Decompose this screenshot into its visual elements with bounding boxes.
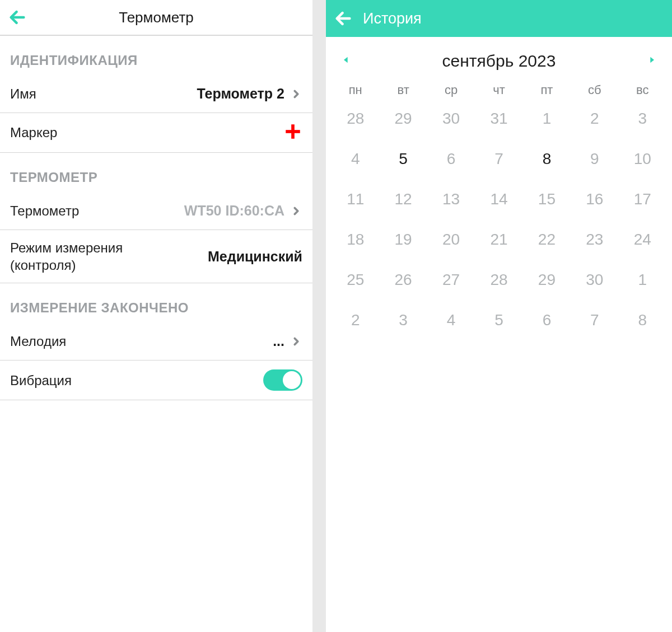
row-label: Вибрация <box>10 372 72 389</box>
calendar-day[interactable]: 4 <box>332 150 379 168</box>
calendar-day[interactable]: 25 <box>332 271 379 289</box>
calendar-day[interactable]: 3 <box>379 311 427 329</box>
calendar-day[interactable]: 1 <box>619 271 666 289</box>
calendar-day[interactable]: 8 <box>523 150 571 168</box>
calendar-day[interactable]: 18 <box>332 231 379 249</box>
section-header-measurement-done: ИЗМЕРЕНИЕ ЗАКОНЧЕНО <box>0 283 312 322</box>
calendar-day[interactable]: 24 <box>619 231 666 249</box>
row-melody[interactable]: Мелодия ... <box>0 322 312 361</box>
month-label: сентябрь 2023 <box>442 52 556 71</box>
history-screen: История сентябрь 2023 пнвтсрчтптсбвс 282… <box>326 0 672 632</box>
calendar-day[interactable]: 10 <box>619 150 666 168</box>
calendar-day[interactable]: 30 <box>571 271 618 289</box>
row-value: ... <box>273 333 302 349</box>
weekday-label: пт <box>523 83 571 97</box>
svg-rect-2 <box>286 130 300 133</box>
row-label: Режим измерения (контроля) <box>10 239 156 274</box>
melody-value: ... <box>273 333 284 349</box>
calendar-day[interactable]: 1 <box>523 110 571 128</box>
calendar-day[interactable]: 29 <box>523 271 571 289</box>
calendar-day[interactable]: 27 <box>427 271 475 289</box>
calendar-day[interactable]: 13 <box>427 190 475 208</box>
row-label: Термометр <box>10 202 79 219</box>
calendar-day[interactable]: 21 <box>475 231 522 249</box>
calendar-day[interactable]: 12 <box>379 190 427 208</box>
calendar-day[interactable]: 11 <box>332 190 379 208</box>
row-name[interactable]: Имя Термометр 2 <box>0 75 312 113</box>
section-header-thermometer: ТЕРМОМЕТР <box>0 153 312 192</box>
mode-value: Медицинский <box>208 249 302 265</box>
calendar: пнвтсрчтптсбвс 2829303112345678910111213… <box>326 83 672 346</box>
calendar-day[interactable]: 7 <box>571 311 618 329</box>
calendar-day[interactable]: 5 <box>475 311 522 329</box>
page-title: Термометр <box>0 9 312 26</box>
weekday-label: ср <box>427 83 475 97</box>
calendar-day[interactable]: 3 <box>619 110 666 128</box>
row-label: Маркер <box>10 124 57 141</box>
back-arrow-icon[interactable] <box>334 9 353 28</box>
calendar-day[interactable]: 2 <box>571 110 618 128</box>
calendar-day[interactable]: 16 <box>571 190 618 208</box>
prev-month-icon[interactable] <box>342 54 351 68</box>
history-header: История <box>326 0 672 37</box>
calendar-day[interactable]: 26 <box>379 271 427 289</box>
calendar-grid: 2829303112345678910111213141516171819202… <box>332 110 666 346</box>
device-value: WT50 ID:60:CA <box>184 203 284 219</box>
calendar-day[interactable]: 7 <box>475 150 522 168</box>
weekday-label: чт <box>475 83 522 97</box>
row-vibration: Вибрация <box>0 361 312 400</box>
plus-icon <box>283 122 302 143</box>
name-value: Термометр 2 <box>197 86 284 102</box>
back-arrow-icon[interactable] <box>8 8 27 27</box>
weekday-label: сб <box>571 83 618 97</box>
page-title: История <box>363 10 422 27</box>
chevron-right-icon <box>290 203 302 219</box>
row-mode[interactable]: Режим измерения (контроля) Медицинский <box>0 230 312 283</box>
calendar-day[interactable]: 28 <box>332 110 379 128</box>
calendar-weekday-row: пнвтсрчтптсбвс <box>332 83 666 110</box>
svg-marker-4 <box>344 57 348 63</box>
chevron-right-icon <box>290 86 302 102</box>
calendar-day[interactable]: 19 <box>379 231 427 249</box>
calendar-day[interactable]: 15 <box>523 190 571 208</box>
weekday-label: пн <box>332 83 379 97</box>
month-navigation: сентябрь 2023 <box>326 37 672 83</box>
calendar-day[interactable]: 8 <box>619 311 666 329</box>
chevron-right-icon <box>290 334 302 349</box>
row-value: WT50 ID:60:CA <box>184 203 302 219</box>
row-marker[interactable]: Маркер <box>0 113 312 153</box>
vibration-toggle[interactable] <box>263 369 302 391</box>
calendar-day[interactable]: 31 <box>475 110 522 128</box>
calendar-day[interactable]: 6 <box>427 150 475 168</box>
calendar-day[interactable]: 30 <box>427 110 475 128</box>
calendar-day[interactable]: 22 <box>523 231 571 249</box>
calendar-day[interactable]: 29 <box>379 110 427 128</box>
calendar-day[interactable]: 9 <box>571 150 618 168</box>
svg-marker-5 <box>650 57 654 63</box>
row-device[interactable]: Термометр WT50 ID:60:CA <box>0 192 312 230</box>
row-value: Термометр 2 <box>197 86 302 102</box>
settings-screen: Термометр ИДЕНТИФИКАЦИЯ Имя Термометр 2 … <box>0 0 312 632</box>
next-month-icon[interactable] <box>647 54 656 68</box>
calendar-day[interactable]: 5 <box>379 150 427 168</box>
calendar-day[interactable]: 20 <box>427 231 475 249</box>
row-label: Мелодия <box>10 333 66 350</box>
section-header-identification: ИДЕНТИФИКАЦИЯ <box>0 36 312 75</box>
calendar-day[interactable]: 23 <box>571 231 618 249</box>
calendar-day[interactable]: 6 <box>523 311 571 329</box>
calendar-day[interactable]: 17 <box>619 190 666 208</box>
toggle-knob <box>283 371 301 389</box>
calendar-day[interactable]: 28 <box>475 271 522 289</box>
weekday-label: вт <box>379 83 427 97</box>
row-label: Имя <box>10 85 36 102</box>
calendar-day[interactable]: 2 <box>332 311 379 329</box>
weekday-label: вс <box>619 83 666 97</box>
calendar-day[interactable]: 14 <box>475 190 522 208</box>
settings-header: Термометр <box>0 0 312 36</box>
calendar-day[interactable]: 4 <box>427 311 475 329</box>
